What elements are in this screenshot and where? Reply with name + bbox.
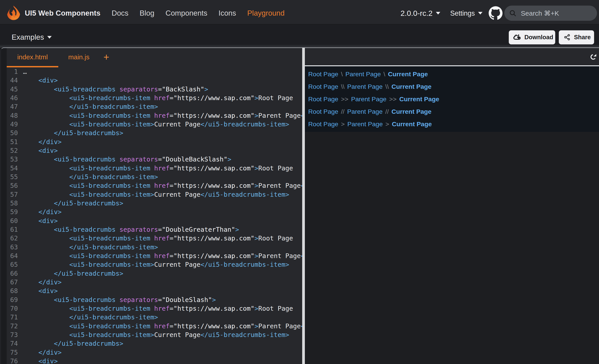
examples-dropdown[interactable]: Examples [12, 33, 52, 42]
preview-body: Root Page\Parent Page\Current PageRoot P… [305, 66, 599, 132]
line-number: 53 [7, 155, 18, 164]
breadcrumb-separator: \ [338, 70, 345, 78]
breadcrumb-link-root[interactable]: Root Page [308, 120, 338, 128]
breadcrumb-current-page: Current Page [392, 83, 432, 90]
download-label: Download [524, 34, 553, 41]
line-number: 54 [7, 164, 18, 173]
code-line: <ui5-breadcrumbs-item href="https://www.… [23, 181, 302, 190]
breadcrumb-link-root[interactable]: Root Page [308, 108, 338, 115]
add-tab-button[interactable]: + [99, 48, 113, 67]
code-line: … [23, 67, 302, 76]
breadcrumb-separator: \ [381, 70, 388, 78]
breadcrumb-link-root[interactable]: Root Page [308, 83, 338, 90]
code-editor: index.html main.js + 1444546474849505152… [7, 48, 302, 364]
breadcrumb-link-parent[interactable]: Parent Page [345, 70, 381, 78]
breadcrumb-separator: >> [386, 95, 399, 103]
code-line: </ui5-breadcrumbs> [23, 129, 302, 137]
version-dropdown[interactable]: 2.0.0-rc.2 [400, 9, 441, 18]
breadcrumb-link-parent[interactable]: Parent Page [347, 120, 383, 128]
chevron-down-icon [435, 12, 441, 15]
line-number: 45 [7, 85, 18, 94]
code-line: <ui5-breadcrumbs-item href="https://www.… [23, 304, 302, 313]
breadcrumb-separator: // [383, 108, 392, 115]
code-line: <div> [23, 146, 302, 155]
code-line: <div> [23, 287, 302, 295]
line-number: 51 [7, 138, 18, 146]
nav-link-blog[interactable]: Blog [140, 9, 154, 17]
line-number: 49 [7, 120, 18, 129]
breadcrumb-current-page: Current Page [388, 70, 428, 78]
breadcrumb-link-parent[interactable]: Parent Page [347, 83, 383, 90]
breadcrumb-link-parent[interactable]: Parent Page [347, 108, 383, 115]
breadcrumbs-row: Root Page\\Parent Page\\Current Page [308, 81, 599, 93]
code-line: <ui5-breadcrumbs-item href="https://www.… [23, 252, 302, 260]
line-number: 73 [7, 330, 18, 339]
code-line: <ui5-breadcrumbs separators="BackSlash"> [23, 85, 302, 94]
code-area[interactable]: 1444546474849505152535455565758596061626… [7, 67, 302, 364]
line-number: 68 [7, 287, 18, 295]
cloud-download-icon [513, 34, 521, 40]
line-number: 48 [7, 111, 18, 120]
line-number: 60 [7, 217, 18, 225]
split-handle[interactable] [302, 48, 305, 364]
code-line: <ui5-breadcrumbs-item>Current Page</ui5-… [23, 260, 302, 269]
code-line: </div> [23, 138, 302, 146]
playground-toolbar: Examples Download Share [0, 24, 599, 48]
code-line: </ui5-breadcrumbs> [23, 269, 302, 278]
top-navbar: UI5 Web Components Docs Blog Components … [0, 0, 599, 24]
refresh-icon[interactable] [590, 53, 597, 60]
line-number: 75 [7, 348, 18, 357]
line-number: 47 [7, 102, 18, 111]
breadcrumb-link-root[interactable]: Root Page [308, 95, 338, 103]
line-number: 59 [7, 208, 18, 216]
code-line: </ui5-breadcrumbs-item> [23, 313, 302, 322]
line-number: 70 [7, 304, 18, 313]
nav-link-docs[interactable]: Docs [112, 9, 128, 17]
code-line: <div> [23, 357, 302, 364]
nav-link-components[interactable]: Components [166, 9, 207, 17]
github-icon[interactable] [489, 6, 502, 20]
breadcrumbs-row: Root Page//Parent Page//Current Page [308, 105, 599, 118]
breadcrumb-separator: \\ [383, 83, 392, 90]
share-button[interactable]: Share [559, 30, 594, 44]
code-line: <ui5-breadcrumbs-item>Current Page</ui5-… [23, 120, 302, 129]
code-line: <ui5-breadcrumbs separators="DoubleBackS… [23, 155, 302, 164]
tab-main-js[interactable]: main.js [58, 48, 99, 67]
line-number: 66 [7, 269, 18, 278]
tab-index-html[interactable]: index.html [7, 48, 58, 67]
code-line: </div> [23, 348, 302, 357]
search-input[interactable]: Search ⌘+K [504, 6, 597, 21]
line-number: 50 [7, 129, 18, 137]
line-number: 71 [7, 313, 18, 322]
ui5-logo-icon[interactable] [6, 4, 22, 21]
breadcrumb-link-root[interactable]: Root Page [308, 70, 338, 78]
breadcrumb-separator: > [338, 120, 348, 128]
line-number: 74 [7, 339, 18, 348]
settings-label: Settings [450, 9, 475, 17]
breadcrumbs-row: Root Page>Parent Page>Current Page [308, 118, 599, 130]
line-number: 56 [7, 181, 18, 190]
preview-panel: Root Page\Parent Page\Current PageRoot P… [305, 48, 599, 364]
code-line: <ui5-breadcrumbs separators="DoubleGreat… [23, 225, 302, 234]
breadcrumb-separator: > [383, 120, 392, 128]
code-line: </div> [23, 208, 302, 216]
download-button[interactable]: Download [509, 30, 555, 44]
line-number: 65 [7, 260, 18, 269]
nav-link-icons[interactable]: Icons [219, 9, 236, 17]
line-number: 67 [7, 278, 18, 287]
breadcrumb-current-page: Current Page [399, 95, 439, 103]
site-title[interactable]: UI5 Web Components [25, 9, 100, 17]
code-line: <ui5-breadcrumbs-item href="https://www.… [23, 322, 302, 330]
code-content: … <div> <ui5-breadcrumbs separators="Bac… [23, 67, 302, 364]
line-number-gutter: 1444546474849505152535455565758596061626… [7, 67, 18, 364]
search-icon [509, 9, 517, 17]
line-number: 76 [7, 357, 18, 364]
settings-dropdown[interactable]: Settings [450, 9, 483, 17]
code-editor-panel: index.html main.js + 1444546474849505152… [0, 48, 302, 364]
line-number: 61 [7, 225, 18, 234]
nav-link-playground[interactable]: Playground [247, 9, 284, 17]
line-number: 63 [7, 243, 18, 252]
breadcrumb-link-parent[interactable]: Parent Page [351, 95, 386, 103]
preview-toolbar [305, 48, 599, 65]
line-number: 58 [7, 199, 18, 208]
